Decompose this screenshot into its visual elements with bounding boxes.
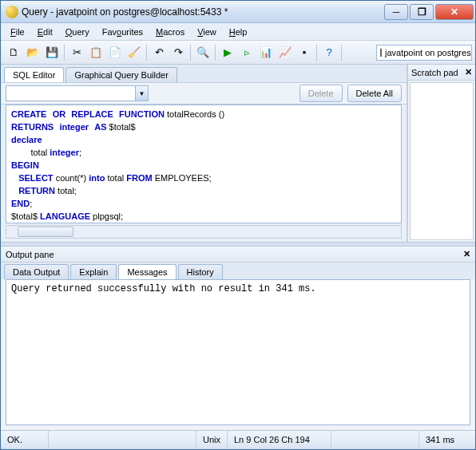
connection-checkbox-icon <box>380 49 382 57</box>
output-pane-title: Output pane <box>6 250 54 259</box>
delete-button[interactable]: Delete <box>299 85 343 102</box>
tab-data-output[interactable]: Data Output <box>4 264 69 279</box>
tab-sql-editor[interactable]: SQL Editor <box>4 67 64 82</box>
scratch-pad-close-icon[interactable]: ✕ <box>465 67 472 77</box>
title-bar: Query - javatpoint on postgres@localhost… <box>1 1 475 23</box>
menu-view[interactable]: View <box>192 26 221 38</box>
chevron-down-icon: ▼ <box>135 86 148 101</box>
tab-graphical-query-builder[interactable]: Graphical Query Builder <box>65 67 177 82</box>
scratch-pad-panel: Scratch pad✕ <box>408 65 475 242</box>
help-icon[interactable]: ? <box>320 44 338 61</box>
status-position: Ln 9 Col 26 Ch 194 <box>228 431 331 448</box>
save-file-icon[interactable]: 💾 <box>43 44 61 61</box>
paste-icon[interactable]: 📄 <box>106 44 124 61</box>
editor-tabs: SQL Editor Graphical Query Builder <box>1 65 407 82</box>
redo-icon[interactable]: ↷ <box>169 44 187 61</box>
horizontal-scrollbar[interactable] <box>6 225 402 239</box>
app-icon <box>6 6 18 18</box>
close-button[interactable]: ✕ <box>435 4 474 20</box>
previous-queries-combo[interactable]: ▼ <box>6 85 149 101</box>
window-title: Query - javatpoint on postgres@localhost… <box>22 6 384 18</box>
undo-icon[interactable]: ↶ <box>150 44 168 61</box>
maximize-button[interactable]: ❐ <box>410 4 434 20</box>
status-ok: OK. <box>1 431 49 448</box>
sql-editor-textarea[interactable]: CREATE OR REPLACE FUNCTION totalRecords … <box>6 105 402 223</box>
tab-messages[interactable]: Messages <box>118 264 176 279</box>
status-rows <box>331 431 419 448</box>
status-spacer <box>49 431 196 448</box>
menu-edit[interactable]: Edit <box>33 26 58 38</box>
connection-label: javatpoint on postgres@l <box>385 48 472 57</box>
menu-bar: File Edit Query Favourites Macros View H… <box>1 23 475 41</box>
connection-selector[interactable]: javatpoint on postgres@l <box>376 45 472 61</box>
clear-icon[interactable]: 🧹 <box>125 44 143 61</box>
messages-output[interactable]: Query returned successfully with no resu… <box>6 279 470 425</box>
status-mode: Unix <box>196 431 228 448</box>
menu-file[interactable]: File <box>6 26 30 38</box>
find-icon[interactable]: 🔍 <box>194 44 212 61</box>
explain-analyze-icon[interactable]: 📈 <box>276 44 294 61</box>
copy-icon[interactable]: 📋 <box>87 44 105 61</box>
new-file-icon[interactable]: 🗋 <box>5 44 22 61</box>
minimize-button[interactable]: ─ <box>384 4 408 20</box>
cancel-icon[interactable]: ▪ <box>296 44 313 61</box>
menu-help[interactable]: Help <box>224 26 252 38</box>
cut-icon[interactable]: ✂ <box>68 44 85 61</box>
status-time: 341 ms <box>419 431 475 448</box>
menu-favourites[interactable]: Favourites <box>97 26 148 38</box>
menu-macros[interactable]: Macros <box>151 26 189 38</box>
toolbar: 🗋 📂 💾 ✂ 📋 📄 🧹 ↶ ↷ 🔍 ▶ ▹ 📊 📈 ▪ ? javatpoi… <box>1 41 475 65</box>
output-pane: Output pane✕ Data Output Explain Message… <box>1 247 475 430</box>
status-bar: OK. Unix Ln 9 Col 26 Ch 194 341 ms <box>1 430 475 448</box>
delete-all-button[interactable]: Delete All <box>347 85 402 102</box>
output-pane-close-icon[interactable]: ✕ <box>463 249 470 259</box>
menu-query[interactable]: Query <box>61 26 94 38</box>
execute-pgscript-icon[interactable]: ▹ <box>238 44 256 61</box>
tab-history[interactable]: History <box>178 264 223 279</box>
explain-icon[interactable]: 📊 <box>257 44 275 61</box>
scratch-pad-textarea[interactable] <box>410 82 474 240</box>
scratch-pad-title: Scratch pad <box>411 68 458 77</box>
tab-explain[interactable]: Explain <box>70 264 117 279</box>
open-file-icon[interactable]: 📂 <box>24 44 42 61</box>
execute-icon[interactable]: ▶ <box>219 44 236 61</box>
